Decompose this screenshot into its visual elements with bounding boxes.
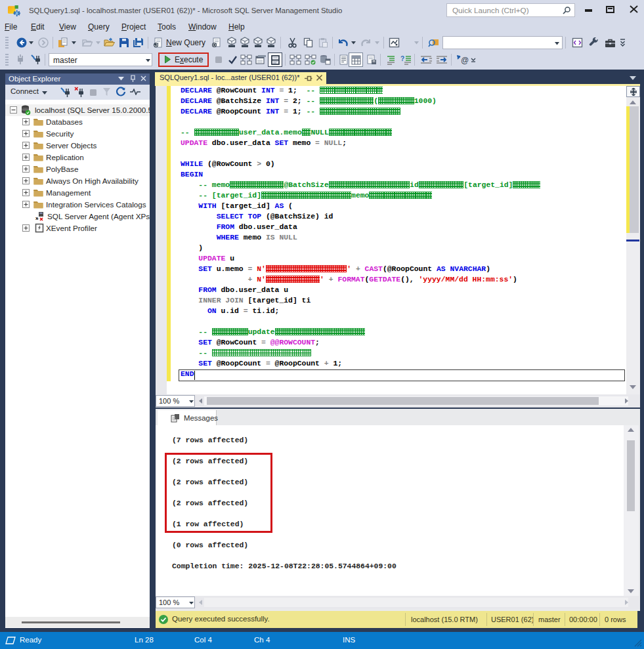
svg-text:@: @ — [461, 56, 469, 65]
svg-text:x: x — [35, 216, 38, 220]
svg-text:?: ? — [400, 55, 404, 62]
